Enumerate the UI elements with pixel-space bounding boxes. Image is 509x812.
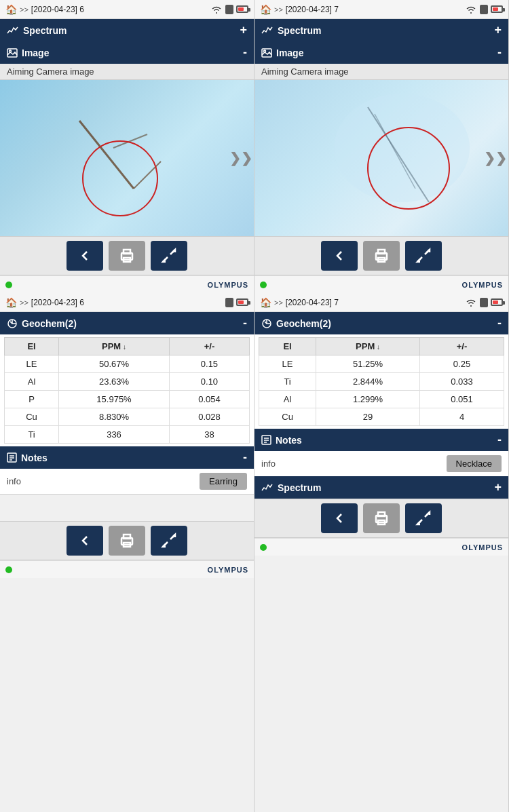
expand-button-left[interactable] [151, 241, 187, 271]
camera-label-right: Aiming Camera image [254, 64, 508, 80]
notes-value-button-left[interactable]: Earring [200, 473, 247, 490]
olympus-bar-mid-right: OLYMPUS [254, 275, 508, 293]
back-button-bottom-right[interactable] [321, 503, 358, 533]
notes-info-label-right: info [261, 459, 276, 469]
notes-toggle-left[interactable]: - [243, 450, 247, 465]
print-button-right[interactable] [363, 241, 400, 271]
expand-button-bottom-left[interactable] [151, 526, 187, 556]
status-icons-left [210, 5, 248, 14]
table-row: Al1.299%0.051 [259, 391, 504, 408]
image-header-right: Image - [254, 41, 508, 64]
olympus-logo-bottom-left: OLYMPUS [208, 566, 248, 574]
geochem-icon-right [261, 318, 272, 329]
table-row: P15.975%0.054 [5, 391, 250, 408]
notes-header-right: Notes - [254, 429, 508, 451]
col-ppm-right[interactable]: PPM [316, 338, 420, 355]
breadcrumb-chevrons-right: >> [274, 5, 283, 14]
status-bar-right: 🏠 >> [2020-04-23] 7 [254, 0, 508, 19]
status-bar2-left: 🏠 >> [2020-04-23] 6 [0, 293, 254, 312]
status-dot-bottom-left [5, 566, 12, 573]
breadcrumb-title2-right: [2020-04-23] 7 [286, 298, 462, 307]
expand-button-bottom-right[interactable] [405, 503, 442, 533]
olympus-bar-bottom-left: OLYMPUS [0, 560, 254, 578]
image-header-left: Image - [0, 41, 254, 64]
action-bar-left [0, 236, 254, 275]
status-dot-bottom-right [260, 544, 267, 551]
image-label-left: Image [22, 47, 49, 58]
sd-icon [225, 5, 233, 14]
notes-icon-right [261, 435, 271, 445]
image-toggle-right[interactable]: - [497, 45, 502, 60]
image-toggle-left[interactable]: - [243, 45, 247, 60]
panel-right: 🏠 >> [2020-04-23] 7 Spectrum + [254, 0, 509, 812]
expand-button-right[interactable] [405, 241, 442, 271]
geochem-table-right: El PPM +/- LE51.25%0.25Ti2.844%0.033Al1.… [254, 334, 508, 429]
notes-section-right: info Necklace [254, 451, 508, 476]
notes-content-left: info Earring [0, 469, 254, 494]
sd-icon2-left [225, 298, 233, 307]
spectrum-toggle-left[interactable]: + [240, 23, 247, 37]
home-icon2-left[interactable]: 🏠 [5, 297, 17, 308]
svg-rect-18 [124, 535, 130, 539]
svg-point-5 [83, 141, 157, 216]
image-label-right: Image [276, 47, 303, 58]
spectrum-bottom-label-right: Spectrum [278, 482, 322, 493]
table-row: Cu8.830%0.028 [5, 408, 250, 426]
col-ppm-left[interactable]: PPM [59, 338, 170, 355]
partial-bottom-left [0, 494, 254, 521]
col-pm-right: +/- [420, 338, 504, 355]
notes-content-right: info Necklace [254, 451, 508, 476]
status-icons2-left [225, 298, 248, 307]
spectrum-label-left: Spectrum [23, 25, 67, 36]
chevron-right-icon-left[interactable]: ❯❯ [229, 150, 252, 166]
wifi-icon-right [465, 5, 477, 14]
print-button-left[interactable] [109, 241, 145, 271]
geochem-header-right: Geochem(2) - [254, 312, 508, 334]
image-icon-left [7, 48, 18, 58]
image-icon-right [261, 48, 272, 58]
home-icon-right[interactable]: 🏠 [260, 4, 271, 15]
back-button-bottom-left[interactable] [67, 526, 103, 556]
camera-label-left: Aiming Camera image [0, 64, 254, 80]
svg-line-2 [79, 121, 134, 189]
notes-value-button-right[interactable]: Necklace [447, 455, 502, 472]
spectrum-toggle-right[interactable]: + [494, 23, 502, 37]
geochem-toggle-left[interactable]: - [243, 316, 247, 330]
geochem-toggle-right[interactable]: - [497, 316, 502, 330]
spectrum-bottom-toggle-right[interactable]: + [494, 480, 502, 495]
svg-rect-40 [378, 512, 385, 516]
breadcrumb-chevrons2-right: >> [274, 298, 283, 307]
print-button-bottom-left[interactable] [109, 526, 145, 556]
spectrum-bottom-header-right: Spectrum + [254, 476, 508, 499]
notes-toggle-right[interactable]: - [497, 433, 502, 447]
status-dot-left [5, 282, 12, 288]
breadcrumb-title-left: [2020-04-23] 6 [31, 5, 208, 14]
notes-icon-left [7, 452, 17, 463]
notes-label-right: Notes [276, 435, 302, 446]
olympus-bar-mid-left: OLYMPUS [0, 275, 254, 293]
olympus-logo-bottom-right: OLYMPUS [462, 543, 503, 552]
geochem-label-right: Geochem(2) [276, 318, 331, 329]
battery-icon2-left [236, 298, 248, 306]
spectrum-label-right: Spectrum [278, 25, 322, 36]
olympus-bar-bottom-right: OLYMPUS [254, 538, 508, 556]
geochem-table-left: El PPM +/- LE50.67%0.15Al23.63%0.10P15.9… [0, 334, 254, 446]
status-icons-right [465, 5, 503, 14]
data-table-right: El PPM +/- LE51.25%0.25Ti2.844%0.033Al1.… [259, 337, 504, 426]
col-el-left: El [5, 338, 59, 355]
chevron-right-icon-right[interactable]: ❯❯ [484, 150, 507, 166]
table-row: Ti2.844%0.033 [259, 373, 504, 391]
breadcrumb-chevrons2: >> [20, 298, 29, 307]
spectrum-header-right: Spectrum + [254, 19, 508, 41]
olympus-logo-left: OLYMPUS [208, 281, 248, 289]
home-icon[interactable]: 🏠 [5, 4, 17, 15]
back-button-right[interactable] [321, 241, 358, 271]
svg-rect-29 [378, 250, 385, 254]
geochem-icon-left [7, 318, 18, 329]
home-icon2-right[interactable]: 🏠 [260, 297, 271, 308]
back-button-left[interactable] [67, 241, 103, 271]
spectrum-icon-right [261, 25, 274, 36]
col-el-right: El [259, 338, 316, 355]
sd-icon2-right [480, 298, 488, 307]
print-button-bottom-right[interactable] [363, 503, 400, 533]
